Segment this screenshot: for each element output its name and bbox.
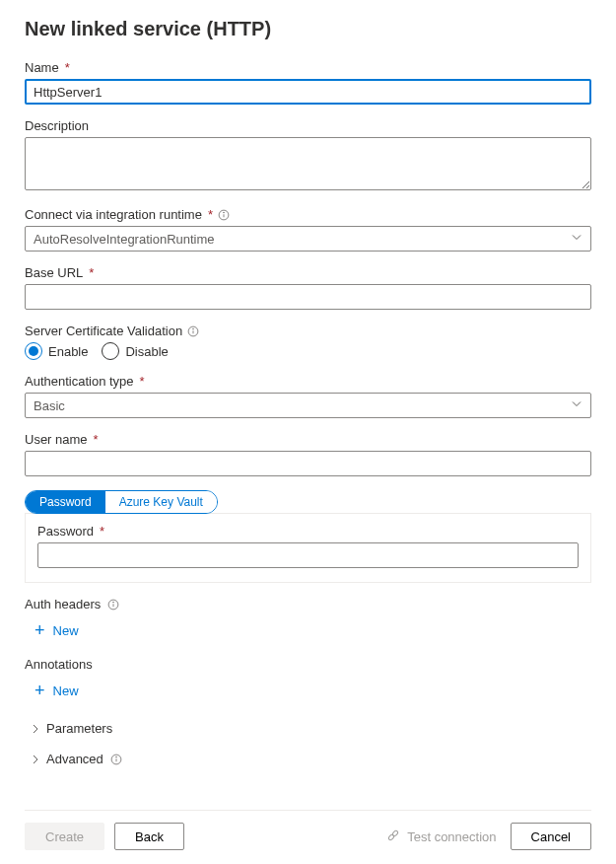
required-asterisk: * <box>65 60 70 75</box>
required-asterisk: * <box>140 374 145 389</box>
info-icon[interactable] <box>217 208 231 222</box>
username-input[interactable] <box>25 451 591 476</box>
chevron-down-icon <box>571 232 582 247</box>
password-input[interactable] <box>37 542 579 568</box>
radio-circle <box>102 342 119 360</box>
svg-point-13 <box>392 829 399 836</box>
username-label: User name* <box>25 432 591 447</box>
password-label: Password* <box>37 524 579 539</box>
tab-password[interactable]: Password <box>26 491 105 513</box>
plus-icon: + <box>34 682 45 699</box>
chevron-down-icon <box>571 398 582 413</box>
add-annotation[interactable]: + New <box>25 676 591 703</box>
authtype-select[interactable]: Basic <box>25 393 591 418</box>
back-button[interactable]: Back <box>114 823 184 850</box>
test-connection-button: Test connection <box>385 828 496 846</box>
name-input[interactable] <box>25 79 591 105</box>
baseurl-label: Base URL* <box>25 265 591 280</box>
create-button[interactable]: Create <box>25 823 104 850</box>
info-icon[interactable] <box>186 324 200 338</box>
tab-azure-key-vault[interactable]: Azure Key Vault <box>105 491 217 513</box>
cancel-button[interactable]: Cancel <box>511 823 591 850</box>
expander-parameters[interactable]: Parameters <box>31 717 591 740</box>
svg-point-12 <box>388 833 395 840</box>
page-title: New linked service (HTTP) <box>25 18 591 40</box>
add-auth-header[interactable]: + New <box>25 615 591 643</box>
annotations-label: Annotations <box>25 657 591 672</box>
required-asterisk: * <box>89 265 94 280</box>
authtype-label: Authentication type* <box>25 374 591 389</box>
description-textarea[interactable] <box>25 137 591 190</box>
plus-icon: + <box>34 621 45 639</box>
radio-circle-checked <box>25 342 42 360</box>
svg-point-2 <box>224 212 225 213</box>
description-label: Description <box>25 118 591 133</box>
caret-right-icon <box>31 724 40 734</box>
expander-advanced[interactable]: Advanced <box>31 748 591 770</box>
svg-point-5 <box>193 328 194 329</box>
radio-disable[interactable]: Disable <box>102 342 168 360</box>
svg-point-8 <box>113 602 114 603</box>
required-asterisk: * <box>100 524 104 539</box>
runtime-select[interactable]: AutoResolveIntegrationRuntime <box>25 226 591 252</box>
servercert-label: Server Certificate Validation <box>25 324 591 338</box>
caret-right-icon <box>31 755 40 764</box>
required-asterisk: * <box>94 432 99 447</box>
name-label: Name* <box>25 60 591 75</box>
info-icon[interactable] <box>109 753 123 766</box>
required-asterisk: * <box>208 207 213 222</box>
radio-enable[interactable]: Enable <box>25 342 88 360</box>
authheaders-label: Auth headers <box>25 597 591 612</box>
info-icon[interactable] <box>106 598 120 612</box>
svg-point-11 <box>115 756 116 757</box>
baseurl-input[interactable] <box>25 284 591 310</box>
runtime-label: Connect via integration runtime* <box>25 207 591 222</box>
connection-icon <box>385 828 401 846</box>
